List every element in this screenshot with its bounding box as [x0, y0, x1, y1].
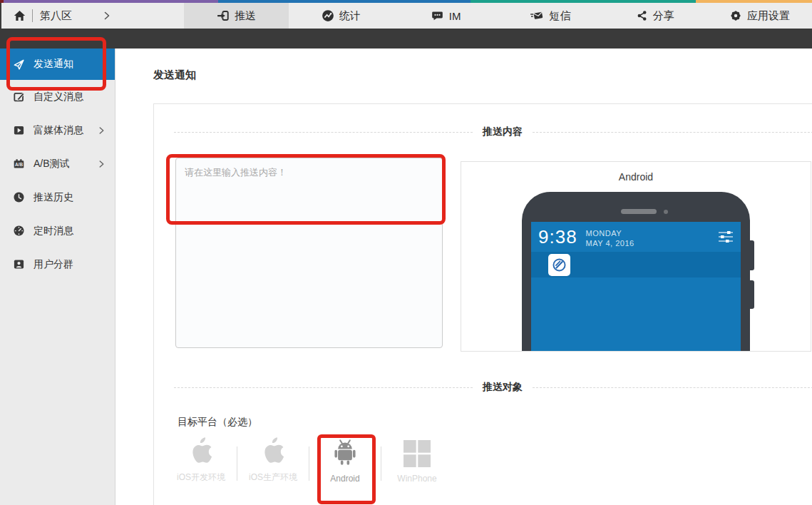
timer-icon: [13, 225, 25, 237]
sidebar-item-scheduled-message[interactable]: 定时消息: [0, 214, 115, 248]
section-title: 推送对象: [483, 381, 523, 394]
chevron-right-icon[interactable]: [103, 11, 111, 21]
push-icon: [217, 9, 230, 22]
settings-sliders-icon: [718, 228, 734, 243]
sidebar-item-send-notification[interactable]: 发送通知: [0, 49, 115, 80]
section-divider-push-target: 推送对象: [174, 381, 812, 394]
tab-label: 统计: [339, 9, 361, 23]
app-logo-icon: [548, 254, 570, 276]
platform-ios-prod[interactable]: iOS生产环境: [237, 437, 309, 488]
tab-sms[interactable]: 短信: [498, 3, 602, 29]
apple-icon: [261, 437, 285, 465]
svg-text:A/B: A/B: [15, 162, 23, 167]
phone-side-button: [750, 280, 754, 309]
platform-label: iOS开发环境: [177, 471, 225, 484]
phone-screen: 9:38 MONDAY MAY 4, 2016: [531, 222, 741, 352]
tab-label: 短信: [549, 9, 570, 23]
platform-ios-dev[interactable]: iOS开发环境: [165, 437, 237, 488]
target-platform-label: 目标平台（必选）: [178, 416, 257, 429]
sidebar-item-label: A/B测试: [34, 158, 70, 170]
tab-share[interactable]: 分享: [602, 3, 707, 29]
preview-time: 9:38: [538, 228, 577, 246]
play-square-icon: [13, 124, 25, 136]
phone-speaker: [621, 209, 657, 214]
gear-icon: [729, 9, 742, 22]
preview-day: MONDAY: [586, 228, 634, 238]
top-nav: 第八区 推送 统计 IM: [0, 3, 812, 29]
tab-label: 分享: [653, 9, 674, 23]
app-switcher[interactable]: 第八区: [1, 3, 184, 29]
windows-icon: [404, 440, 431, 467]
platform-winphone[interactable]: WinPhone: [381, 437, 453, 488]
chevron-right-icon: [98, 159, 105, 168]
sms-icon: [530, 9, 544, 22]
platform-label: iOS生产环境: [249, 471, 297, 484]
chevron-right-icon: [98, 126, 105, 135]
push-form-panel: 推送内容 Android 9:38 MONDAY MAY 4, 2016: [153, 103, 812, 505]
platform-label: WinPhone: [397, 474, 436, 484]
sidebar-item-ab-test[interactable]: A/B A/B测试: [0, 147, 115, 180]
tab-app-settings[interactable]: 应用设置: [707, 3, 812, 29]
sidebar: 发送通知 自定义消息 富媒体消息 A/B: [0, 49, 115, 505]
sidebar-item-label: 发送通知: [34, 58, 73, 71]
sidebar-item-user-segments[interactable]: 用户分群: [0, 248, 115, 281]
im-icon: [431, 9, 444, 22]
stats-icon: [322, 9, 334, 22]
secondary-header-bar: [0, 29, 812, 49]
page-title: 发送通知: [153, 68, 196, 82]
tab-push[interactable]: 推送: [184, 3, 289, 29]
sidebar-item-push-history[interactable]: 推送历史: [0, 180, 115, 214]
push-content-input[interactable]: [175, 158, 443, 348]
sidebar-item-custom-message[interactable]: 自定义消息: [0, 80, 115, 113]
sidebar-item-label: 推送历史: [34, 191, 73, 204]
share-icon: [636, 9, 648, 22]
platform-selector: iOS开发环境 iOS生产环境: [165, 437, 453, 488]
ab-test-icon: A/B: [13, 158, 25, 170]
home-icon[interactable]: [13, 9, 26, 22]
section-title: 推送内容: [483, 126, 523, 138]
phone-mockup: 9:38 MONDAY MAY 4, 2016: [522, 192, 750, 352]
notification-row: [531, 252, 741, 277]
apple-icon: [189, 437, 213, 465]
pencil-square-icon: [13, 91, 25, 103]
tab-label: 推送: [235, 9, 256, 23]
user-group-icon: [13, 258, 25, 270]
tab-stats[interactable]: 统计: [289, 3, 394, 29]
sidebar-item-label: 自定义消息: [34, 91, 83, 103]
android-preview-box: Android 9:38 MONDAY MAY 4, 2016: [461, 161, 811, 352]
platform-label: Android: [330, 474, 359, 484]
current-app-name: 第八区: [40, 9, 72, 23]
tab-im[interactable]: IM: [394, 3, 498, 29]
nav-divider: [32, 9, 33, 22]
platform-android[interactable]: Android: [309, 437, 381, 488]
phone-camera: [664, 210, 668, 214]
preview-date: MAY 4, 2016: [586, 238, 634, 248]
phone-side-button: [750, 240, 754, 270]
preview-platform-title: Android: [461, 171, 811, 183]
sidebar-item-label: 定时消息: [34, 225, 73, 238]
send-icon: [13, 58, 25, 71]
sidebar-item-label: 用户分群: [34, 258, 73, 271]
section-divider-push-content: 推送内容: [174, 126, 812, 138]
sidebar-item-label: 富媒体消息: [34, 124, 83, 137]
tab-label: 应用设置: [747, 9, 790, 23]
sidebar-item-rich-media[interactable]: 富媒体消息: [0, 113, 115, 147]
clock-icon: [13, 191, 25, 203]
android-icon: [332, 439, 358, 467]
tab-label: IM: [449, 10, 461, 22]
